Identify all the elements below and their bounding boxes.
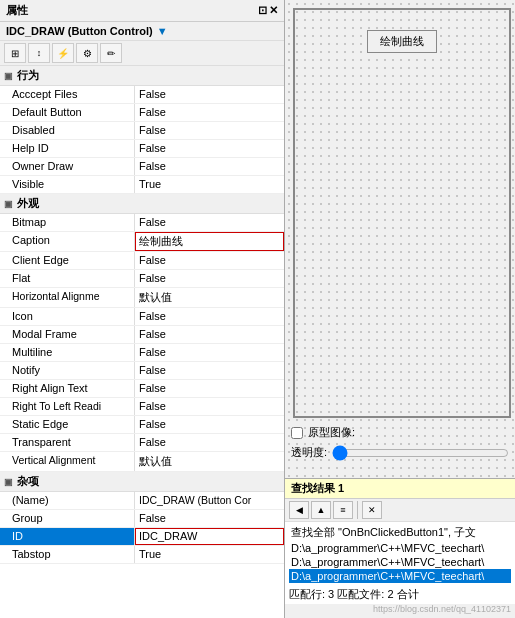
properties-panel: 属性 ⊡ ✕ IDC_DRAW (Button Control) ▼ ⊞ ↕ ⚡…	[0, 0, 285, 618]
designer-area[interactable]: 绘制曲线 原型图像: 透明度:	[285, 0, 515, 478]
prop-value: False	[135, 510, 284, 527]
draw-button-designer[interactable]: 绘制曲线	[367, 30, 437, 53]
search-result-row-3[interactable]: D:\a_programmer\C++\MFVC_teechart\	[289, 569, 511, 583]
prop-value: False	[135, 86, 284, 103]
panel-title-icons: ⊡ ✕	[258, 4, 278, 17]
search-query-text: 查找全部 "OnBnClickedButton1", 子文	[291, 526, 476, 538]
expand-icon-behavior: ▣	[4, 71, 13, 81]
prop-name: Right To Left Readi	[0, 398, 135, 415]
pin-icon[interactable]: ⊡	[258, 4, 267, 17]
search-panel-title: 查找结果 1	[285, 479, 515, 499]
section-behavior[interactable]: ▣ 行为	[0, 66, 284, 86]
prop-value: False	[135, 104, 284, 121]
expand-icon-appearance: ▣	[4, 199, 13, 209]
prototype-label: 原型图像:	[308, 425, 355, 440]
prop-value: False	[135, 434, 284, 451]
prop-name: Notify	[0, 362, 135, 379]
prop-name: (Name)	[0, 492, 135, 509]
prop-name-misc[interactable]: (Name) IDC_DRAW (Button Cor	[0, 492, 284, 510]
prop-value: False	[135, 308, 284, 325]
search-btn-prev[interactable]: ◀	[289, 501, 309, 519]
prop-name: Modal Frame	[0, 326, 135, 343]
transparency-label: 透明度:	[291, 445, 327, 460]
prop-accept-files[interactable]: Acccept Files False	[0, 86, 284, 104]
prop-name: Client Edge	[0, 252, 135, 269]
prop-name: Owner Draw	[0, 158, 135, 175]
prop-name: Group	[0, 510, 135, 527]
prop-client-edge[interactable]: Client Edge False	[0, 252, 284, 270]
toolbar-btn-4[interactable]: ⚙	[76, 43, 98, 63]
prop-value: False	[135, 380, 284, 397]
prop-value: True	[135, 546, 284, 563]
prop-name: Vertical Alignment	[0, 452, 135, 471]
idc-name: IDC_DRAW (Button Control)	[6, 25, 153, 37]
prop-disabled[interactable]: Disabled False	[0, 122, 284, 140]
prop-horizontal-align[interactable]: Horizontal Alignme 默认值	[0, 288, 284, 308]
prop-value: False	[135, 214, 284, 231]
prop-flat[interactable]: Flat False	[0, 270, 284, 288]
section-appearance-label: 外观	[17, 196, 39, 211]
toolbar-btn-1[interactable]: ⊞	[4, 43, 26, 63]
search-btn-close[interactable]: ✕	[362, 501, 382, 519]
search-btn-list[interactable]: ≡	[333, 501, 353, 519]
toolbar-btn-2[interactable]: ↕	[28, 43, 50, 63]
section-appearance[interactable]: ▣ 外观	[0, 194, 284, 214]
toolbar-btn-5[interactable]: ✏	[100, 43, 122, 63]
prop-right-to-left[interactable]: Right To Left Readi False	[0, 398, 284, 416]
prop-name: Transparent	[0, 434, 135, 451]
prop-transparent[interactable]: Transparent False	[0, 434, 284, 452]
prop-notify[interactable]: Notify False	[0, 362, 284, 380]
result-text-2: D:\a_programmer\C++\MFVC_teechart\	[291, 556, 484, 568]
search-title-text: 查找结果 1	[291, 482, 344, 494]
prop-value: False	[135, 398, 284, 415]
idc-type-dropdown[interactable]: ▼	[157, 25, 168, 37]
prop-id[interactable]: ID IDC_DRAW	[0, 528, 284, 546]
prop-bitmap[interactable]: Bitmap False	[0, 214, 284, 232]
section-misc-label: 杂项	[17, 474, 39, 489]
prototype-checkbox[interactable]	[291, 427, 303, 439]
prop-visible[interactable]: Visible True	[0, 176, 284, 194]
prop-right-align-text[interactable]: Right Align Text False	[0, 380, 284, 398]
expand-icon-misc: ▣	[4, 477, 13, 487]
prop-name: Multiline	[0, 344, 135, 361]
prop-value[interactable]: 绘制曲线	[135, 232, 284, 251]
prop-modal-frame[interactable]: Modal Frame False	[0, 326, 284, 344]
prop-value: 默认值	[135, 452, 284, 471]
toolbar-btn-3[interactable]: ⚡	[52, 43, 74, 63]
prop-name: Static Edge	[0, 416, 135, 433]
prop-name: Right Align Text	[0, 380, 135, 397]
prop-value: False	[135, 252, 284, 269]
prop-vertical-alignment[interactable]: Vertical Alignment 默认值	[0, 452, 284, 472]
section-misc[interactable]: ▣ 杂项	[0, 472, 284, 492]
stats-text: 匹配行: 3 匹配文件: 2 合计	[289, 588, 419, 600]
prop-value: False	[135, 270, 284, 287]
prop-multiline[interactable]: Multiline False	[0, 344, 284, 362]
prop-value[interactable]: IDC_DRAW	[135, 528, 284, 545]
prop-name: Disabled	[0, 122, 135, 139]
prop-owner-draw[interactable]: Owner Draw False	[0, 158, 284, 176]
search-toolbar: ◀ ▲ ≡ ✕	[285, 499, 515, 522]
prop-name: Default Button	[0, 104, 135, 121]
search-divider	[357, 501, 358, 519]
prop-tabstop[interactable]: Tabstop True	[0, 546, 284, 564]
prop-help-id[interactable]: Help ID False	[0, 140, 284, 158]
search-btn-up[interactable]: ▲	[311, 501, 331, 519]
search-result-row-1[interactable]: D:\a_programmer\C++\MFVC_teechart\	[289, 541, 511, 555]
close-icon[interactable]: ✕	[269, 4, 278, 17]
prop-default-button[interactable]: Default Button False	[0, 104, 284, 122]
idc-header: IDC_DRAW (Button Control) ▼	[0, 22, 284, 41]
prop-caption[interactable]: Caption 绘制曲线	[0, 232, 284, 252]
section-behavior-label: 行为	[17, 68, 39, 83]
prop-name: Bitmap	[0, 214, 135, 231]
prop-static-edge[interactable]: Static Edge False	[0, 416, 284, 434]
prop-value: False	[135, 344, 284, 361]
properties-toolbar: ⊞ ↕ ⚡ ⚙ ✏	[0, 41, 284, 66]
prop-icon[interactable]: Icon False	[0, 308, 284, 326]
transparency-slider[interactable]	[332, 446, 509, 460]
search-stats: 匹配行: 3 匹配文件: 2 合计	[285, 585, 515, 604]
search-result-row-2[interactable]: D:\a_programmer\C++\MFVC_teechart\	[289, 555, 511, 569]
prop-group[interactable]: Group False	[0, 510, 284, 528]
prop-value: False	[135, 326, 284, 343]
search-panel: 查找结果 1 ◀ ▲ ≡ ✕ 查找全部 "OnBnClickedButton1"…	[285, 478, 515, 618]
prop-value: False	[135, 416, 284, 433]
